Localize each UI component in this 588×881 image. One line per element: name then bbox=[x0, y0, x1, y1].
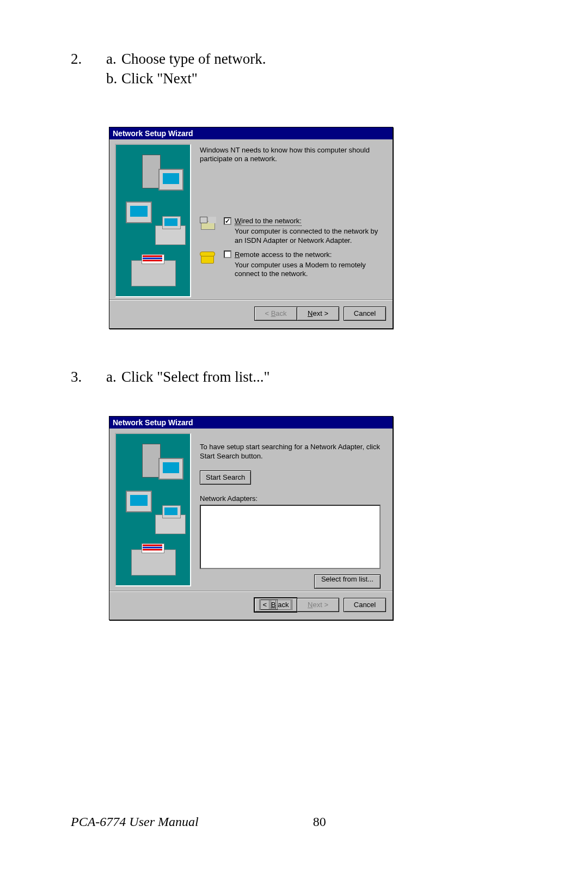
wired-label[interactable]: Wired to the network: bbox=[235, 217, 302, 225]
wired-checkbox[interactable] bbox=[224, 217, 231, 225]
step-2b-text: Click "Next" bbox=[121, 69, 198, 88]
wizard1-title: Network Setup Wizard bbox=[109, 127, 393, 139]
cancel-button[interactable]: Cancel bbox=[344, 307, 386, 321]
back-button[interactable]: < Back bbox=[254, 598, 297, 612]
wizard2-graphic bbox=[115, 433, 191, 586]
tower-icon bbox=[142, 444, 161, 478]
step-2-number: 2. bbox=[71, 49, 106, 89]
wired-description: Your computer is connected to the networ… bbox=[224, 225, 387, 245]
remote-description: Your computer uses a Modem to remotely c… bbox=[224, 259, 387, 279]
next-button[interactable]: Next > bbox=[297, 307, 339, 321]
page-footer: PCA-6774 User Manual 80 bbox=[71, 815, 517, 829]
remote-option-row: Remote access to the network: Your compu… bbox=[200, 250, 387, 279]
remote-label[interactable]: Remote access to the network: bbox=[235, 250, 332, 259]
network-setup-wizard-2: Network Setup Wizard To have setup start… bbox=[109, 416, 393, 620]
wired-option-row: Wired to the network: Your computer is c… bbox=[200, 217, 387, 245]
step-2: 2. a. Choose type of network. b. Click "… bbox=[71, 49, 517, 89]
step-2a-text: Choose type of network. bbox=[121, 49, 266, 69]
printer-icon bbox=[131, 260, 176, 286]
printer-icon bbox=[131, 549, 176, 576]
network-card-icon bbox=[200, 217, 216, 232]
footer-title: PCA-6774 User Manual bbox=[71, 815, 199, 829]
start-search-button[interactable]: Start Search bbox=[200, 470, 251, 485]
step-2b-letter: b. bbox=[106, 69, 121, 88]
wizard1-button-row: < Back Next > Cancel bbox=[109, 299, 393, 328]
step-3: 3. a. Click "Select from list..." bbox=[71, 367, 517, 387]
network-adapters-listbox[interactable] bbox=[200, 505, 381, 569]
step-3-number: 3. bbox=[71, 367, 106, 387]
select-from-list-button[interactable]: Select from list... bbox=[314, 574, 381, 589]
network-adapters-label: Network Adapters: bbox=[200, 494, 387, 503]
network-setup-wizard-1: Network Setup Wizard Windows NT needs to… bbox=[109, 127, 393, 329]
wizard1-graphic bbox=[115, 144, 191, 297]
step-3a-text: Click "Select from list..." bbox=[121, 367, 270, 387]
wizard2-intro: To have setup start searching for a Netw… bbox=[200, 433, 387, 461]
laptop-icon bbox=[155, 225, 186, 245]
laptop-icon bbox=[155, 515, 186, 534]
tower-icon bbox=[142, 155, 161, 188]
wizard2-title: Network Setup Wizard bbox=[109, 417, 393, 429]
step-2a-letter: a. bbox=[106, 49, 121, 69]
monitor-icon bbox=[126, 201, 152, 223]
step-2-body: a. Choose type of network. b. Click "Nex… bbox=[106, 49, 517, 89]
step-3-body: a. Click "Select from list..." bbox=[106, 367, 517, 387]
footer-page-number: 80 bbox=[313, 815, 326, 829]
wizard1-intro: Windows NT needs to know how this comput… bbox=[200, 144, 387, 164]
wizard2-button-row: < Back Next > Cancel bbox=[109, 591, 393, 620]
cancel-button[interactable]: Cancel bbox=[344, 598, 386, 612]
back-button[interactable]: < Back bbox=[254, 307, 297, 321]
monitor-icon bbox=[158, 169, 183, 191]
step-3a-letter: a. bbox=[106, 367, 121, 387]
monitor-icon bbox=[126, 491, 152, 512]
remote-checkbox[interactable] bbox=[224, 250, 231, 258]
monitor-icon bbox=[158, 458, 183, 480]
telephone-icon bbox=[200, 250, 216, 266]
next-button[interactable]: Next > bbox=[297, 598, 339, 612]
